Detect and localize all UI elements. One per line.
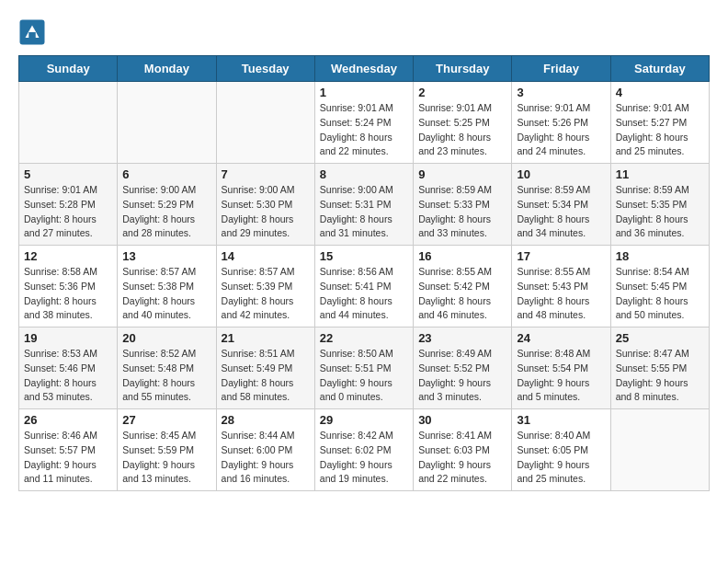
- day-info: Sunrise: 8:50 AM Sunset: 5:51 PM Dayligh…: [320, 347, 408, 405]
- calendar-cell: [118, 82, 216, 164]
- day-info: Sunrise: 8:55 AM Sunset: 5:43 PM Dayligh…: [517, 265, 605, 323]
- calendar-cell: 20Sunrise: 8:52 AM Sunset: 5:48 PM Dayli…: [118, 327, 216, 409]
- calendar-cell: 21Sunrise: 8:51 AM Sunset: 5:49 PM Dayli…: [216, 327, 314, 409]
- day-number: 26: [24, 413, 112, 427]
- day-number: 29: [320, 413, 408, 427]
- day-number: 6: [122, 167, 210, 181]
- day-info: Sunrise: 9:01 AM Sunset: 5:27 PM Dayligh…: [616, 101, 704, 159]
- day-info: Sunrise: 8:51 AM Sunset: 5:49 PM Dayligh…: [222, 347, 310, 405]
- day-number: 18: [616, 249, 704, 263]
- day-number: 17: [517, 249, 605, 263]
- day-info: Sunrise: 8:54 AM Sunset: 5:45 PM Dayligh…: [616, 265, 704, 323]
- calendar-cell: 9Sunrise: 8:59 AM Sunset: 5:33 PM Daylig…: [414, 164, 512, 246]
- day-number: 20: [122, 331, 210, 345]
- calendar-cell: 10Sunrise: 8:59 AM Sunset: 5:34 PM Dayli…: [512, 164, 610, 246]
- day-info: Sunrise: 8:47 AM Sunset: 5:55 PM Dayligh…: [616, 347, 704, 405]
- day-info: Sunrise: 8:57 AM Sunset: 5:38 PM Dayligh…: [122, 265, 210, 323]
- day-info: Sunrise: 8:48 AM Sunset: 5:54 PM Dayligh…: [517, 347, 605, 405]
- calendar-cell: 31Sunrise: 8:40 AM Sunset: 6:05 PM Dayli…: [512, 409, 610, 491]
- weekday-header-friday: Friday: [512, 56, 610, 82]
- day-info: Sunrise: 9:01 AM Sunset: 5:26 PM Dayligh…: [517, 101, 605, 159]
- day-info: Sunrise: 8:56 AM Sunset: 5:41 PM Dayligh…: [320, 265, 408, 323]
- day-number: 23: [418, 331, 506, 345]
- day-info: Sunrise: 9:00 AM Sunset: 5:30 PM Dayligh…: [222, 183, 310, 241]
- day-info: Sunrise: 8:49 AM Sunset: 5:52 PM Dayligh…: [418, 347, 506, 405]
- day-number: 8: [320, 167, 408, 181]
- day-info: Sunrise: 8:42 AM Sunset: 6:02 PM Dayligh…: [320, 429, 408, 487]
- calendar-cell: 4Sunrise: 9:01 AM Sunset: 5:27 PM Daylig…: [610, 82, 709, 164]
- day-number: 13: [122, 249, 210, 263]
- day-number: 10: [517, 167, 605, 181]
- calendar-cell: [216, 82, 314, 164]
- day-info: Sunrise: 9:00 AM Sunset: 5:31 PM Dayligh…: [320, 183, 408, 241]
- weekday-header-thursday: Thursday: [414, 56, 512, 82]
- day-number: 1: [320, 86, 408, 99]
- day-info: Sunrise: 9:01 AM Sunset: 5:24 PM Dayligh…: [320, 101, 408, 159]
- calendar-cell: 16Sunrise: 8:55 AM Sunset: 5:42 PM Dayli…: [414, 246, 512, 327]
- day-number: 15: [320, 249, 408, 263]
- calendar-cell: 27Sunrise: 8:45 AM Sunset: 5:59 PM Dayli…: [118, 409, 216, 491]
- calendar-cell: 17Sunrise: 8:55 AM Sunset: 5:43 PM Dayli…: [512, 246, 610, 327]
- calendar-cell: 30Sunrise: 8:41 AM Sunset: 6:03 PM Dayli…: [414, 409, 512, 491]
- calendar-body: 1Sunrise: 9:01 AM Sunset: 5:24 PM Daylig…: [19, 82, 710, 491]
- calendar-cell: 26Sunrise: 8:46 AM Sunset: 5:57 PM Dayli…: [19, 409, 118, 491]
- calendar-cell: 18Sunrise: 8:54 AM Sunset: 5:45 PM Dayli…: [610, 246, 709, 327]
- calendar-cell: 19Sunrise: 8:53 AM Sunset: 5:46 PM Dayli…: [19, 327, 118, 409]
- calendar-cell: 14Sunrise: 8:57 AM Sunset: 5:39 PM Dayli…: [216, 246, 314, 327]
- day-info: Sunrise: 8:41 AM Sunset: 6:03 PM Dayligh…: [418, 429, 506, 487]
- calendar-cell: 23Sunrise: 8:49 AM Sunset: 5:52 PM Dayli…: [414, 327, 512, 409]
- day-info: Sunrise: 9:01 AM Sunset: 5:25 PM Dayligh…: [418, 101, 506, 159]
- day-number: 21: [222, 331, 310, 345]
- day-info: Sunrise: 8:57 AM Sunset: 5:39 PM Dayligh…: [222, 265, 310, 323]
- day-info: Sunrise: 8:40 AM Sunset: 6:05 PM Dayligh…: [517, 429, 605, 487]
- day-number: 28: [222, 413, 310, 427]
- week-row-3: 12Sunrise: 8:58 AM Sunset: 5:36 PM Dayli…: [19, 246, 710, 327]
- day-number: 14: [222, 249, 310, 263]
- weekday-header-saturday: Saturday: [610, 56, 709, 82]
- calendar-cell: 1Sunrise: 9:01 AM Sunset: 5:24 PM Daylig…: [314, 82, 413, 164]
- day-info: Sunrise: 8:59 AM Sunset: 5:35 PM Dayligh…: [616, 183, 704, 241]
- day-number: 19: [24, 331, 112, 345]
- day-number: 4: [616, 86, 704, 99]
- week-row-5: 26Sunrise: 8:46 AM Sunset: 5:57 PM Dayli…: [19, 409, 710, 491]
- day-info: Sunrise: 8:59 AM Sunset: 5:34 PM Dayligh…: [517, 183, 605, 241]
- day-info: Sunrise: 9:01 AM Sunset: 5:28 PM Dayligh…: [24, 183, 112, 241]
- weekday-header-tuesday: Tuesday: [216, 56, 314, 82]
- weekday-header-row: SundayMondayTuesdayWednesdayThursdayFrid…: [19, 56, 710, 82]
- calendar-cell: 22Sunrise: 8:50 AM Sunset: 5:51 PM Dayli…: [314, 327, 413, 409]
- day-info: Sunrise: 8:58 AM Sunset: 5:36 PM Dayligh…: [24, 265, 112, 323]
- calendar-cell: 12Sunrise: 8:58 AM Sunset: 5:36 PM Dayli…: [19, 246, 118, 327]
- calendar-cell: 8Sunrise: 9:00 AM Sunset: 5:31 PM Daylig…: [314, 164, 413, 246]
- day-number: 11: [616, 167, 704, 181]
- day-info: Sunrise: 8:46 AM Sunset: 5:57 PM Dayligh…: [24, 429, 112, 487]
- page-header: [18, 18, 710, 46]
- day-number: 31: [517, 413, 605, 427]
- day-number: 5: [24, 167, 112, 181]
- logo-icon: [18, 18, 46, 46]
- day-info: Sunrise: 8:53 AM Sunset: 5:46 PM Dayligh…: [24, 347, 112, 405]
- day-number: 27: [122, 413, 210, 427]
- day-number: 7: [222, 167, 310, 181]
- calendar-cell: [19, 82, 118, 164]
- day-number: 22: [320, 331, 408, 345]
- calendar-cell: 11Sunrise: 8:59 AM Sunset: 5:35 PM Dayli…: [610, 164, 709, 246]
- calendar-cell: 6Sunrise: 9:00 AM Sunset: 5:29 PM Daylig…: [118, 164, 216, 246]
- day-number: 12: [24, 249, 112, 263]
- calendar-cell: 3Sunrise: 9:01 AM Sunset: 5:26 PM Daylig…: [512, 82, 610, 164]
- day-info: Sunrise: 8:59 AM Sunset: 5:33 PM Dayligh…: [418, 183, 506, 241]
- day-info: Sunrise: 8:55 AM Sunset: 5:42 PM Dayligh…: [418, 265, 506, 323]
- week-row-2: 5Sunrise: 9:01 AM Sunset: 5:28 PM Daylig…: [19, 164, 710, 246]
- calendar-cell: 13Sunrise: 8:57 AM Sunset: 5:38 PM Dayli…: [118, 246, 216, 327]
- weekday-header-sunday: Sunday: [19, 56, 118, 82]
- calendar-table: SundayMondayTuesdayWednesdayThursdayFrid…: [18, 55, 710, 491]
- calendar-cell: 2Sunrise: 9:01 AM Sunset: 5:25 PM Daylig…: [414, 82, 512, 164]
- day-number: 30: [418, 413, 506, 427]
- day-info: Sunrise: 8:45 AM Sunset: 5:59 PM Dayligh…: [122, 429, 210, 487]
- week-row-4: 19Sunrise: 8:53 AM Sunset: 5:46 PM Dayli…: [19, 327, 710, 409]
- calendar-cell: [610, 409, 709, 491]
- day-number: 3: [517, 86, 605, 99]
- svg-rect-2: [28, 32, 36, 38]
- day-number: 25: [616, 331, 704, 345]
- calendar-cell: 7Sunrise: 9:00 AM Sunset: 5:30 PM Daylig…: [216, 164, 314, 246]
- calendar-cell: 5Sunrise: 9:01 AM Sunset: 5:28 PM Daylig…: [19, 164, 118, 246]
